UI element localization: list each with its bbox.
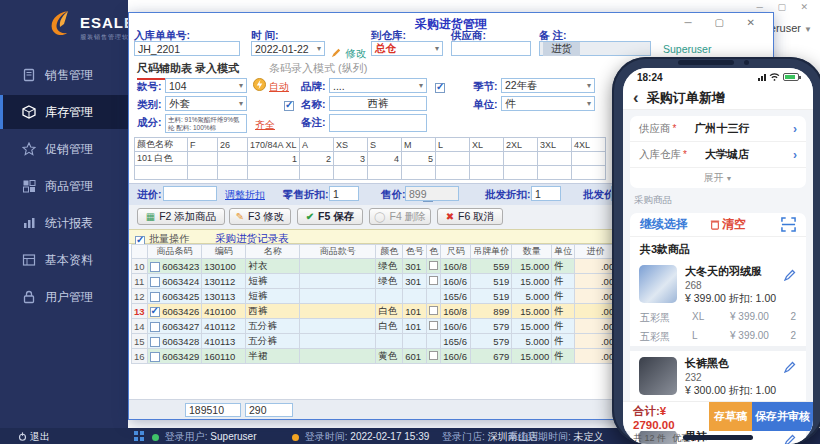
style-input[interactable]: 104▾: [165, 78, 247, 93]
order-no-input[interactable]: JH_2201: [134, 41, 240, 56]
modify-link[interactable]: 修改: [331, 43, 366, 61]
sidebar: ESALE 服装销售管理软件 销售管理库存管理促销管理商品管理统计报表基本资料用…: [0, 0, 128, 428]
item-sku-row: 五彩黑L¥ 399.002: [630, 327, 806, 346]
retail-discount-input[interactable]: 1: [329, 186, 359, 201]
warehouse-row[interactable]: 入库仓库* 大学城店 ›: [630, 142, 806, 168]
unit-select[interactable]: 件▾: [501, 96, 595, 111]
sidebar-item-label: 促销管理: [45, 141, 93, 158]
note-input[interactable]: [329, 114, 427, 132]
promo-star-icon: [22, 142, 36, 156]
season-select[interactable]: 22年春▾: [501, 78, 595, 93]
row-checkbox[interactable]: [150, 262, 160, 272]
unit-label: 单位:: [473, 98, 498, 112]
power-icon: [18, 432, 27, 441]
row-checkbox[interactable]: [150, 307, 160, 317]
row-checkbox[interactable]: [150, 277, 160, 287]
clear-button[interactable]: 清空: [710, 216, 746, 233]
tab-barcode-mode[interactable]: 条码录入模式 (纵列): [269, 61, 367, 76]
back-chevron-icon[interactable]: ‹: [633, 88, 639, 108]
expand-toggle[interactable]: 展开▼: [630, 168, 806, 188]
fkey-button-5[interactable]: ✖F6 取消: [437, 208, 503, 225]
brand-name: ESALE: [80, 14, 135, 31]
sidebar-item-label: 销售管理: [45, 67, 93, 84]
phone-item[interactable]: 大冬天的羽绒服268¥ 399.00 折扣: 1.00: [630, 259, 806, 308]
item-name: 大冬天的羽绒服: [685, 264, 797, 279]
phone-nav: ‹ 采购订单新增: [623, 86, 813, 110]
operator-text: Superuser: [663, 43, 711, 55]
remark-input[interactable]: 进货: [539, 41, 651, 56]
sku-cell: L: [692, 330, 730, 344]
phone-statusbar: 18:24: [623, 68, 813, 86]
footer-qty-input[interactable]: 290: [245, 403, 293, 417]
sidebar-item-2[interactable]: 库存管理: [0, 95, 128, 129]
phone-item[interactable]: 长裤黑色232¥ 300.00 折扣: 1.00: [630, 351, 806, 400]
phone-speaker: [678, 60, 734, 65]
fkey-button-1[interactable]: ▦F2 添加商品: [137, 208, 225, 225]
sidebar-item-6[interactable]: 基本资料: [0, 243, 128, 277]
totals: 合计:¥ 2790.00 共 12 件 优惠:¥ 0.00: [623, 402, 709, 431]
fkey-button-label: F2 添加商品: [159, 210, 216, 224]
edit-pencil-icon[interactable]: [784, 359, 796, 377]
continue-select-button[interactable]: 继续选择: [640, 216, 688, 233]
row-checkbox[interactable]: [150, 322, 160, 332]
brand-select[interactable]: ....▾: [329, 78, 427, 93]
color-swatch: [429, 276, 438, 285]
supplier-input[interactable]: [451, 41, 531, 56]
category-select[interactable]: 外套▾: [165, 96, 247, 111]
sidebar-item-1[interactable]: 销售管理: [0, 58, 128, 92]
edit-pencil-icon[interactable]: [784, 432, 796, 444]
sale-price-label: 售价:: [381, 188, 406, 202]
name-input[interactable]: 西裤: [329, 96, 427, 111]
sidebar-item-7[interactable]: 用户管理: [0, 280, 128, 314]
category-checkbox[interactable]: [284, 101, 294, 111]
note-label: 备注:: [301, 116, 326, 130]
fkey-button-label: F4 删除: [390, 210, 426, 224]
supplier-row[interactable]: 供应商* 广州十三行 ›: [630, 116, 806, 142]
row-checkbox[interactable]: [150, 292, 160, 302]
stats-chart-icon: [22, 216, 36, 230]
adjust-discount-link[interactable]: 调整折扣: [225, 188, 265, 202]
purchase-price-input[interactable]: [163, 186, 217, 201]
trash-icon: [710, 219, 720, 230]
sidebar-item-label: 统计报表: [45, 215, 93, 232]
battery-icon: [783, 73, 799, 81]
row-checkbox[interactable]: [150, 352, 160, 362]
cancel-x-icon: ✖: [446, 211, 454, 222]
fkey-button-3[interactable]: ✔F5 保存: [297, 208, 363, 225]
item-price: ¥ 399.00 折扣: 1.00: [685, 292, 797, 306]
sku-cell: XL: [692, 311, 730, 325]
time-input[interactable]: 2022-01-22▾: [251, 41, 325, 56]
home-indicator[interactable]: [683, 435, 753, 440]
warehouse-select[interactable]: 总仓▾: [371, 41, 443, 56]
sidebar-item-4[interactable]: 商品管理: [0, 169, 128, 203]
fkey-button-2[interactable]: ✎F3 修改: [229, 208, 291, 225]
size-matrix[interactable]: 颜色名称F26170/84A XLAXSSMLXL2XL3XL4XL101 白色…: [134, 137, 606, 180]
goods-tag-icon: [22, 179, 36, 193]
edit-pencil-icon[interactable]: [784, 267, 796, 285]
scan-icon[interactable]: [781, 217, 796, 232]
phone-mockup: 18:24 ‹ 采购订单新增 供应商* 广州十三行 ›: [612, 57, 820, 444]
sidebar-item-label: 商品管理: [45, 178, 93, 195]
composition-input[interactable]: 主料: 91%聚酯纤维9%氨纶 配料: 100%棉: [165, 114, 247, 133]
sku-cell: ¥ 399.00: [730, 311, 788, 325]
save-audit-button[interactable]: 保存并审核: [752, 402, 813, 431]
complete-link[interactable]: 齐全: [255, 118, 275, 132]
taskbar-app-icon[interactable]: [134, 431, 144, 441]
sidebar-item-5[interactable]: 统计报表: [0, 206, 128, 240]
row-checkbox[interactable]: [150, 337, 160, 347]
save-draft-button[interactable]: 存草稿: [709, 402, 752, 431]
phone-body: 供应商* 广州十三行 › 入库仓库* 大学城店 › 展开▼ 采购商品 继续选择: [623, 110, 813, 444]
sale-price-input[interactable]: 899: [405, 186, 459, 201]
footer-total-input[interactable]: 189510: [185, 403, 241, 417]
auto-link[interactable]: 自动: [269, 80, 289, 94]
sidebar-item-3[interactable]: 促销管理: [0, 132, 128, 166]
auto-lightning-icon[interactable]: [253, 78, 266, 91]
pencil-icon: [331, 48, 341, 58]
brand-checkbox[interactable]: [435, 83, 445, 93]
logout-button[interactable]: 退出: [18, 430, 50, 444]
main-window-controls[interactable]: ─ ▢ ✕: [757, 2, 814, 12]
dialog-window-controls[interactable]: ─ ▢ ✕: [685, 17, 765, 28]
wholesale-discount-input[interactable]: 1: [531, 186, 561, 201]
basic-list-icon: [22, 253, 36, 267]
fkey-button-4[interactable]: ◯F4 删除: [369, 208, 431, 225]
